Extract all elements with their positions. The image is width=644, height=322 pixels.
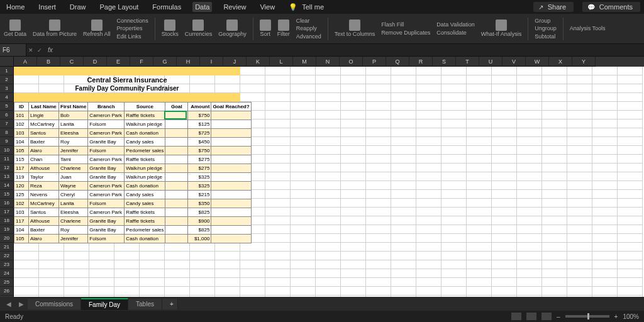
cell[interactable] — [316, 111, 341, 119]
view-layout-icon[interactable] — [526, 313, 536, 320]
cell[interactable] — [240, 67, 265, 75]
cell[interactable] — [265, 172, 291, 181]
cell[interactable] — [517, 67, 542, 75]
cell[interactable]: Cameron Park — [88, 129, 125, 138]
cell[interactable] — [391, 172, 416, 181]
cell[interactable] — [291, 84, 316, 93]
cell[interactable] — [567, 243, 592, 252]
cell[interactable] — [441, 67, 467, 75]
flash-fill-button[interactable]: Flash Fill — [381, 21, 430, 29]
cell[interactable] — [341, 199, 366, 208]
row-10[interactable]: 10 — [0, 146, 14, 155]
view-break-icon[interactable] — [541, 313, 552, 320]
cell[interactable] — [291, 102, 316, 111]
cell[interactable] — [542, 84, 567, 93]
cell[interactable]: Granite Bay — [88, 173, 125, 182]
cell[interactable]: Cheryl — [59, 191, 88, 199]
cell[interactable]: Cameron Park — [88, 111, 125, 120]
cell[interactable] — [391, 260, 416, 269]
cell[interactable] — [467, 84, 492, 93]
th[interactable]: Amount — [188, 103, 211, 111]
cell[interactable] — [542, 208, 567, 216]
cell[interactable] — [517, 234, 542, 243]
cell[interactable] — [542, 146, 567, 155]
cell[interactable] — [592, 199, 618, 208]
cell[interactable] — [291, 225, 316, 234]
cell[interactable] — [416, 128, 441, 137]
cell[interactable] — [211, 191, 251, 199]
cell[interactable] — [618, 111, 643, 119]
cell[interactable] — [567, 119, 592, 128]
cell[interactable]: Santos — [29, 208, 59, 217]
cell[interactable] — [618, 84, 643, 93]
cell[interactable]: 117 — [14, 164, 29, 173]
cell[interactable] — [542, 137, 567, 146]
cell[interactable] — [592, 208, 618, 216]
cell[interactable] — [265, 278, 291, 287]
ungroup-button[interactable]: Ungroup — [535, 25, 557, 33]
clear-button[interactable]: Clear — [296, 17, 321, 25]
cell[interactable] — [567, 296, 592, 297]
cell[interactable] — [366, 252, 391, 260]
cell[interactable] — [592, 243, 618, 252]
cell[interactable] — [316, 181, 341, 190]
table-row[interactable]: 102McCartneyLanitaFolsomWalk/run pledge$… — [14, 120, 252, 129]
cell[interactable] — [291, 155, 316, 164]
cell[interactable] — [291, 252, 316, 260]
cell[interactable] — [114, 278, 140, 287]
row-22[interactable]: 22 — [0, 252, 14, 260]
cell[interactable] — [618, 93, 643, 102]
col-J[interactable]: J — [223, 57, 247, 67]
cell[interactable]: Walk/run pledge — [125, 164, 165, 173]
cell[interactable] — [265, 199, 291, 208]
cell[interactable] — [467, 102, 492, 111]
cell[interactable]: 120 — [14, 182, 29, 191]
cell[interactable] — [391, 287, 416, 296]
cell[interactable] — [567, 287, 592, 296]
tell-me[interactable]: 💡 Tell me — [286, 2, 329, 13]
cell[interactable] — [517, 84, 542, 93]
col-W[interactable]: W — [526, 57, 549, 67]
cell[interactable] — [165, 138, 188, 147]
cell[interactable]: $325 — [188, 182, 211, 191]
cell[interactable] — [567, 199, 592, 208]
cell[interactable]: Pedometer sales — [125, 226, 165, 235]
cell[interactable] — [265, 190, 291, 199]
connections-button[interactable]: Connections — [117, 17, 148, 25]
cell[interactable] — [416, 155, 441, 164]
cell[interactable] — [211, 147, 251, 155]
cell[interactable] — [265, 155, 291, 164]
cell[interactable]: McCartney — [29, 199, 59, 208]
cell[interactable]: Granite Bay — [88, 226, 125, 235]
cell[interactable] — [140, 260, 165, 269]
cell[interactable] — [291, 296, 316, 297]
data-table[interactable]: IDLast NameFirst NameBranchSourceGoalAmo… — [14, 102, 252, 243]
cell[interactable] — [39, 278, 64, 287]
cell[interactable] — [567, 234, 592, 243]
cell[interactable] — [567, 181, 592, 190]
cell[interactable] — [441, 128, 467, 137]
comments-button[interactable]: 💬 Comments — [582, 2, 640, 12]
cell[interactable] — [441, 75, 467, 84]
row-5[interactable]: 5 — [0, 102, 14, 111]
cell[interactable] — [341, 84, 366, 93]
cell[interactable] — [265, 146, 291, 155]
cell[interactable] — [165, 164, 188, 173]
cell[interactable] — [492, 199, 517, 208]
cell[interactable] — [366, 164, 391, 172]
cell[interactable] — [441, 146, 467, 155]
cell[interactable] — [567, 208, 592, 216]
cell[interactable] — [265, 296, 291, 297]
cell[interactable] — [366, 84, 391, 93]
cell[interactable] — [211, 208, 251, 217]
cell[interactable] — [316, 137, 341, 146]
cell[interactable] — [316, 208, 341, 216]
cell[interactable] — [316, 260, 341, 269]
cell[interactable] — [416, 146, 441, 155]
cell[interactable] — [190, 278, 215, 287]
cell[interactable]: Raffle tickets — [125, 111, 165, 120]
cell[interactable] — [89, 243, 114, 252]
col-E[interactable]: E — [107, 57, 130, 67]
cell[interactable]: Santos — [29, 129, 59, 138]
cell[interactable] — [391, 111, 416, 119]
